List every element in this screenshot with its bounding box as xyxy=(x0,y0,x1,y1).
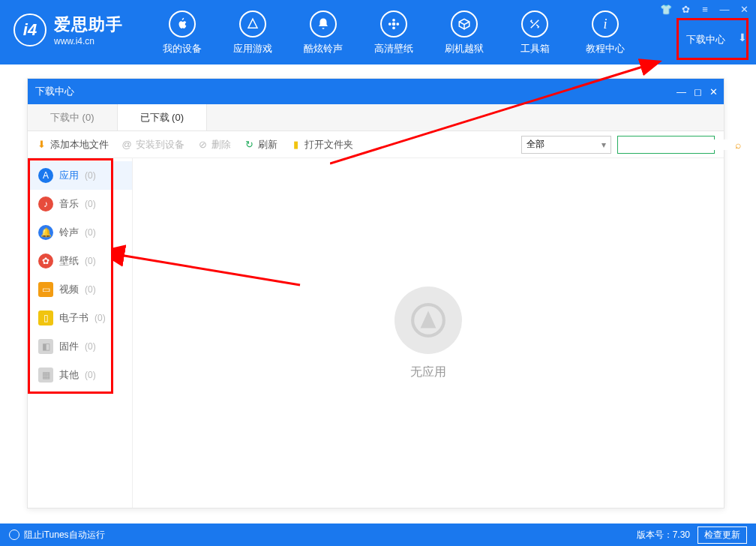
bell-icon xyxy=(310,10,337,38)
sidebar-item-other[interactable]: ▦ 其他 (0) xyxy=(28,361,132,389)
sidebar-item-videos[interactable]: ▭ 视频 (0) xyxy=(28,275,132,304)
tshirt-icon[interactable]: 👕 xyxy=(658,3,674,15)
at-icon: @ xyxy=(121,139,133,151)
itunes-block-label[interactable]: 阻止iTunes自动运行 xyxy=(24,529,105,542)
panel-titlebar: 下载中心 — ◻ ✕ xyxy=(28,79,724,104)
main-nav: 我的设备 应用游戏 酷炫铃声 高清壁纸 刷机越狱 工具箱 i 教程中心 xyxy=(147,0,640,56)
info-icon: i xyxy=(592,10,619,38)
svg-point-1 xyxy=(392,19,395,22)
nav-ringtones[interactable]: 酷炫铃声 xyxy=(288,6,358,56)
flower-icon xyxy=(380,10,407,38)
nav-jailbreak[interactable]: 刷机越狱 xyxy=(429,6,500,56)
status-indicator-icon xyxy=(9,530,20,540)
download-icon: ⬇ xyxy=(738,32,747,44)
check-update-button[interactable]: 检查更新 xyxy=(698,526,747,544)
download-center-button[interactable]: 下载中心 xyxy=(676,28,735,51)
other-icon: ▦ xyxy=(38,368,53,382)
minimize-button[interactable]: — xyxy=(717,3,732,15)
tab-downloaded[interactable]: 已下载 (0) xyxy=(118,104,208,130)
box-icon xyxy=(451,10,478,38)
sidebar-item-music[interactable]: ♪ 音乐 (0) xyxy=(28,190,132,218)
bell-icon: 🔔 xyxy=(38,225,53,240)
svg-point-0 xyxy=(392,22,396,26)
cube-icon: ◧ xyxy=(38,339,53,354)
folder-icon: ▮ xyxy=(290,139,302,151)
search-input[interactable] xyxy=(622,140,735,150)
filter-dropdown[interactable]: 全部 ▾ xyxy=(521,136,611,154)
nav-apps[interactable]: 应用游戏 xyxy=(218,6,288,56)
menu-icon[interactable]: ≡ xyxy=(698,3,712,15)
delete-button: ⊘ 删除 xyxy=(196,138,231,152)
open-folder-button[interactable]: ▮ 打开文件夹 xyxy=(290,138,353,152)
svg-point-4 xyxy=(396,22,399,26)
music-icon: ♪ xyxy=(38,196,53,212)
nav-my-device[interactable]: 我的设备 xyxy=(147,6,218,56)
window-controls: 👕 ✿ ≡ — ✕ xyxy=(658,3,752,15)
download-file-icon: ⬇ xyxy=(35,139,47,151)
nav-wallpapers[interactable]: 高清壁纸 xyxy=(358,6,429,56)
book-icon: ▯ xyxy=(38,310,53,326)
logo: i4 爱思助手 www.i4.cn xyxy=(0,0,132,46)
sidebar-item-firmware[interactable]: ◧ 固件 (0) xyxy=(28,332,132,361)
install-to-device-button: @ 安装到设备 xyxy=(121,138,184,152)
sidebar-item-ebooks[interactable]: ▯ 电子书 (0) xyxy=(28,304,132,332)
panel-maximize[interactable]: ◻ xyxy=(694,86,702,98)
status-bar: 阻止iTunes自动运行 版本号：7.30 检查更新 xyxy=(0,524,756,546)
logo-badge: i4 xyxy=(14,14,46,46)
appstore-icon: A xyxy=(38,168,53,183)
delete-icon: ⊘ xyxy=(196,139,208,151)
close-button[interactable]: ✕ xyxy=(736,3,752,15)
panel-toolbar: ⬇ 添加本地文件 @ 安装到设备 ⊘ 删除 ↻ 刷新 ▮ 打开文件夹 全部 ▾ … xyxy=(28,131,724,158)
video-icon: ▭ xyxy=(38,282,53,297)
search-icon: ⌕ xyxy=(735,139,741,151)
logo-subtitle: www.i4.cn xyxy=(54,36,123,46)
nav-tutorials[interactable]: i 教程中心 xyxy=(570,6,640,56)
panel-close[interactable]: ✕ xyxy=(710,86,718,98)
sidebar-item-apps[interactable]: A 应用 (0) xyxy=(28,161,132,190)
app-header: i4 爱思助手 www.i4.cn 我的设备 应用游戏 酷炫铃声 高清壁纸 刷机… xyxy=(0,0,756,64)
sidebar-item-ringtones[interactable]: 🔔 铃声 (0) xyxy=(28,218,132,247)
empty-appstore-icon xyxy=(394,286,462,354)
tools-icon xyxy=(521,10,548,38)
panel-title-text: 下载中心 xyxy=(35,85,74,98)
version-label: 版本号：7.30 xyxy=(637,529,690,542)
panel-tabs: 下载中 (0) 已下载 (0) xyxy=(28,104,724,131)
download-panel: 下载中心 — ◻ ✕ 下载中 (0) 已下载 (0) ⬇ 添加本地文件 @ 安装… xyxy=(27,78,724,508)
wallpaper-icon: ✿ xyxy=(38,254,53,268)
svg-point-3 xyxy=(388,22,392,26)
tab-downloading[interactable]: 下载中 (0) xyxy=(28,104,118,130)
search-box[interactable]: ⌕ xyxy=(617,136,715,154)
logo-title: 爱思助手 xyxy=(54,14,123,36)
empty-text: 无应用 xyxy=(410,364,446,380)
appstore-icon xyxy=(239,10,266,38)
sidebar-item-wallpapers[interactable]: ✿ 壁纸 (0) xyxy=(28,247,132,275)
svg-point-2 xyxy=(392,26,395,29)
refresh-button[interactable]: ↻ 刷新 xyxy=(243,138,278,152)
chevron-down-icon: ▾ xyxy=(602,140,606,150)
content-area: 无应用 xyxy=(133,158,724,508)
category-sidebar: A 应用 (0) ♪ 音乐 (0) 🔔 铃声 (0) ✿ 壁纸 (0) ▭ 视 xyxy=(28,158,133,508)
nav-toolbox[interactable]: 工具箱 xyxy=(500,6,570,56)
refresh-icon: ↻ xyxy=(243,139,255,151)
add-local-file-button[interactable]: ⬇ 添加本地文件 xyxy=(35,138,109,152)
panel-minimize[interactable]: — xyxy=(676,86,686,98)
apple-icon xyxy=(169,10,196,38)
settings-icon[interactable]: ✿ xyxy=(678,3,693,15)
